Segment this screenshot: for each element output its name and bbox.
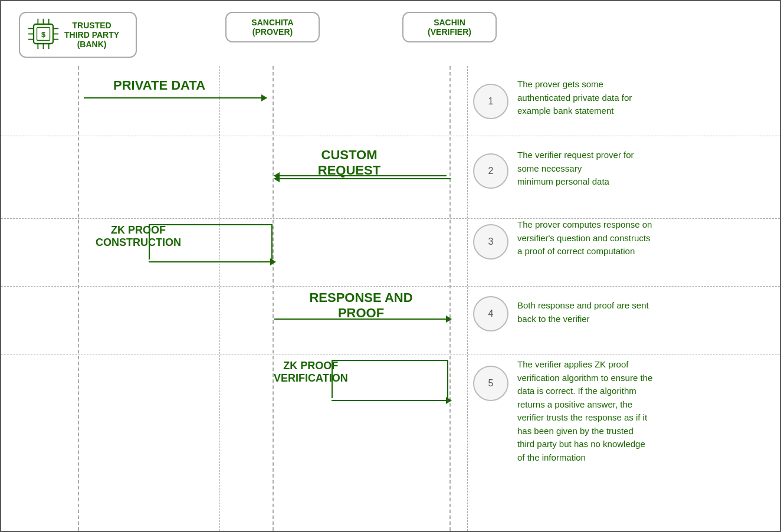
- zkv-bottom-arrow: [332, 397, 452, 404]
- bank-icon: $: [27, 18, 60, 50]
- step-2-circle: 2: [473, 153, 508, 189]
- prover-title-line1: SANCHITA: [234, 18, 311, 27]
- step-5-circle: 5: [473, 366, 508, 401]
- custom-request-label: CUSTOMREQUEST: [290, 147, 408, 178]
- actor-bank: $ TRUSTED THIRD PARTY: [19, 12, 137, 58]
- zk-verification-label: ZK PROOFVERIFICATION: [274, 360, 348, 385]
- step-4-desc: Both response and proof are sentback to …: [517, 299, 753, 326]
- bank-title-line2: THIRD PARTY: [64, 30, 119, 40]
- zk-proof-label: ZK PROOFCONSTRUCTION: [96, 224, 181, 249]
- row-divider-3: [1, 286, 780, 287]
- zkv-right-vert: [447, 360, 448, 398]
- zk-right-vert: [271, 224, 273, 260]
- step-4-num: 4: [488, 308, 494, 319]
- private-data-arrow: [84, 97, 267, 98]
- row-divider-1: [1, 136, 780, 136]
- response-proof-label: RESPONSE ANDPROOF: [293, 290, 429, 321]
- zk-bottom-arrow: [149, 258, 276, 265]
- step-5-desc: The verifier applies ZK proofverificatio…: [517, 358, 771, 464]
- step-3-circle: 3: [473, 224, 508, 260]
- bank-title-line3: (BANK): [64, 40, 119, 49]
- step-1-desc: The prover gets someauthenticated privat…: [517, 78, 753, 118]
- zkv-top-line: [332, 360, 448, 361]
- row-divider-4: [1, 354, 780, 354]
- step-2-num: 2: [488, 166, 494, 176]
- prover-title-line2: (PROVER): [234, 27, 311, 37]
- step-1-num: 1: [488, 96, 494, 107]
- actor-prover: SANCHITA (PROVER): [225, 12, 320, 42]
- actor-verifier: SACHIN (VERIFIER): [402, 12, 497, 42]
- step-3-desc: The prover computes response onversifier…: [517, 218, 765, 258]
- svg-text:$: $: [41, 30, 45, 39]
- step-1-circle: 1: [473, 84, 508, 119]
- verifier-title-line2: (VERIFIER): [411, 27, 488, 37]
- step-3-num: 3: [488, 237, 494, 247]
- step-5-num: 5: [488, 378, 494, 389]
- diagram: $ TRUSTED THIRD PARTY: [0, 0, 781, 532]
- step-2-desc: The verifier request prover forsome nece…: [517, 149, 753, 189]
- private-data-label: PRIVATE DATA: [113, 78, 205, 93]
- step-4-circle: 4: [473, 296, 508, 331]
- bank-title-line1: TRUSTED: [64, 21, 119, 30]
- verifier-title-line1: SACHIN: [411, 18, 488, 27]
